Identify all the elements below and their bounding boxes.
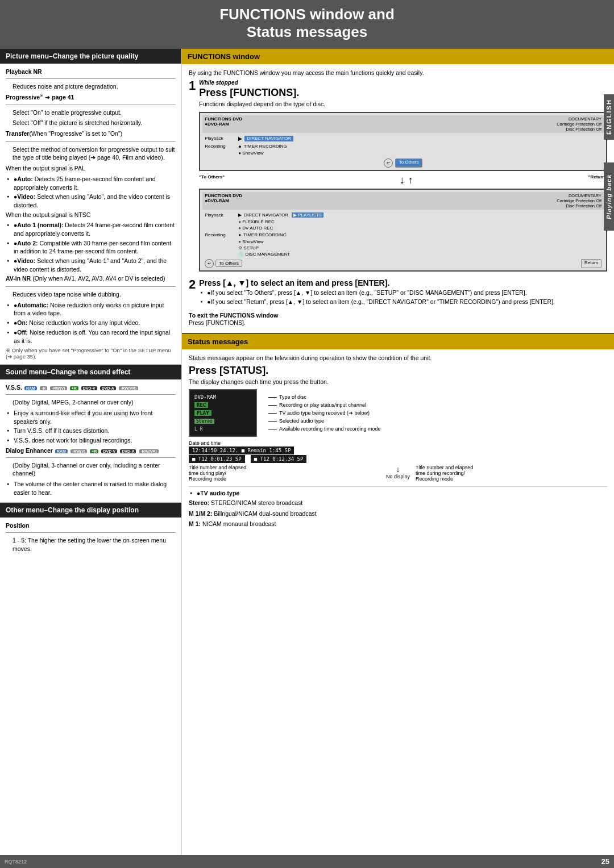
annot-3: Selected audio type: [268, 418, 607, 424]
annot-dash-2: [268, 413, 277, 414]
transfer-ntsc-label: When the output signal is NTSC: [6, 211, 176, 219]
transfer-label: Transfer: [6, 130, 29, 137]
ntsc-video-label: ●Video:: [14, 257, 35, 264]
tv-display-col: DVD-RAM REC PLAY Stereo: [189, 389, 263, 437]
tv-line-rec: REC: [194, 401, 251, 409]
status-messages-section: Status messages Status messages appear o…: [182, 333, 614, 536]
disc-type-label: DVD-RAM: [194, 394, 216, 400]
bottom-label-1: Title number and elapsed time during rec…: [416, 465, 607, 482]
step-1-condition: While stopped: [199, 80, 607, 86]
picture-section-header: Picture menu–Change the picture quality: [0, 49, 181, 64]
annot-text-1: Recording or play status/input channel: [279, 402, 366, 408]
stereo-label: Stereo: [194, 419, 214, 424]
transfer-ntsc-auto2: ●Auto 2: Compatible with 30 frame-per-se…: [6, 239, 176, 256]
fn2-row1-value: DIRECT NAVIGATOR: [244, 212, 288, 218]
english-tab: ENGLISH: [604, 94, 614, 140]
position-desc: 1 - 5: The higher the setting the lower …: [6, 536, 176, 553]
fn2-to-others-btn[interactable]: To Others: [215, 260, 242, 267]
avin-desc: Reduces video tape noise while dubbing.: [6, 290, 176, 299]
step-1-number: 1: [189, 80, 196, 92]
transfer-pal-auto: ●Auto: Detects 25 frame-per-second film …: [6, 175, 176, 191]
annot-text-4: Available recording time and recording m…: [279, 426, 380, 432]
fn2-return-btn[interactable]: Return: [581, 259, 601, 268]
vss-badge-r: -R: [40, 386, 47, 390]
fn2-enter-icon: ↩: [205, 259, 214, 268]
timing-row-2: ■ T12 0:01.23 SP ■ T12 0:12.34 SP: [189, 455, 607, 463]
page-header: FUNCTIONS window and Status messages: [0, 0, 614, 49]
annot-4: Available recording time and recording m…: [268, 426, 607, 432]
picture-section: Picture menu–Change the picture quality …: [0, 49, 181, 365]
dialog-condition: (Dolby Digital, 3-channel or over only, …: [6, 461, 176, 478]
status-messages-header: Status messages: [182, 334, 614, 349]
fn2-showview: ● ShowView: [238, 239, 263, 244]
annot-text-0: Type of disc: [279, 394, 306, 400]
annot-dash-1: [268, 405, 277, 406]
press-status-subtitle: The display changes each time you press …: [189, 378, 607, 386]
other-section-content: Position 1 - 5: The higher the setting t…: [0, 518, 181, 560]
playback-nr-desc: Reduces noise and picture degradation.: [6, 82, 176, 91]
tv-audio-item-2: M 1: NICAM monaural broadcast: [189, 520, 607, 528]
position-label: Position: [6, 522, 29, 529]
fn-row2-value: TIMER RECORDING: [244, 144, 287, 149]
step-2-title: Press [▲, ▼] to select an item and press…: [199, 278, 607, 287]
avin-automatic: ●Automatic: Noise reduction only works o…: [6, 301, 176, 318]
arrows-row: "To Others" ↓ ↑ "Return": [199, 174, 607, 186]
dialog-badge-dvda: DVD-A: [120, 449, 136, 453]
m1-text: NICAM monaural broadcast: [202, 520, 276, 527]
tv-audio-item-0: Stereo: STEREO/NICAM stereo broadcast: [189, 499, 607, 507]
vss-badge-ram: RAM: [24, 386, 37, 390]
pal-video-label: ●Video:: [14, 193, 35, 200]
dialog-item-0: The volume of the center channel is rais…: [6, 480, 176, 496]
vss-item-2: V.S.S. does not work for bilingual recor…: [6, 436, 176, 445]
dialog-label: Dialog Enhancer: [6, 447, 53, 454]
tv-line-stereo: Stereo: [194, 417, 251, 425]
progressive-page: page 41: [52, 94, 74, 101]
tv-screen: DVD-RAM REC PLAY Stereo: [189, 389, 257, 437]
avin-label: AV-in NR: [6, 275, 31, 282]
status-messages-content: Status messages appear on the television…: [182, 349, 614, 536]
annot-1: Recording or play status/input channel: [268, 402, 607, 408]
fn2-row1-icon: ▶: [238, 212, 242, 218]
tv-line-play: PLAY: [194, 409, 251, 417]
up-arrow: ↑: [408, 174, 413, 186]
dialog-badge-dvdv: DVD-V: [101, 449, 117, 453]
fn2-playlists: ▶ PLAYLISTS: [292, 212, 323, 218]
functions-window-content: By using the FUNCTIONS window you may ac…: [182, 64, 614, 331]
page-title: FUNCTIONS window and Status messages: [219, 6, 395, 41]
fn-row1-icon: ▶: [238, 136, 242, 141]
play-label: PLAY: [194, 410, 211, 416]
vss-badge-rwv: -RW(V): [50, 386, 67, 390]
annot-2: TV audio type being received (➔ below): [268, 410, 607, 416]
dialog-badge-rwvr: -RW(VR): [139, 449, 159, 453]
fn2-disc-mgmt: 💿 DISC MANAGEMENT: [238, 252, 290, 257]
step-1-subtitle: Functions displayed depend on the type o…: [199, 100, 607, 108]
fn-to-others-btn[interactable]: To Others: [395, 158, 423, 168]
avin-off: ●Off: Noise reduction is off. You can re…: [6, 328, 176, 345]
rec-label: REC: [194, 402, 208, 408]
fn-screen1-header-right: DOCUMENTARY Cartridge Protection Off Dis…: [557, 116, 601, 132]
dialog-badge-plusr: +R: [90, 449, 98, 453]
ntsc-auto2-label: ●Auto 2:: [14, 240, 38, 247]
dialog-badge-ram: RAM: [55, 449, 68, 453]
sound-section-content: V.S.S. RAM -R -RW(V) +R DVD-V DVD-A -RW(…: [0, 379, 181, 503]
annot-dash-3: [268, 421, 277, 422]
step-1-block: 1 While stopped Press [FUNCTIONS]. Funct…: [189, 80, 607, 274]
tv-audio-section: ●TV audio type Stereo: STEREO/NICAM ster…: [189, 486, 607, 528]
date-label: Date and time: [189, 440, 221, 446]
functions-window-section: FUNCTIONS window By using the FUNCTIONS …: [182, 49, 614, 331]
picture-footnote: ※ Only when you have set "Progressive" t…: [6, 347, 176, 360]
stereo-bold: Stereo:: [189, 499, 209, 506]
vss-badge-dvda: DVD-A: [100, 386, 116, 390]
m1m2-text: Bilingual/NICAM dual-sound broadcast: [214, 510, 316, 517]
dialog-badge-rwv: -RW(V): [70, 449, 87, 453]
rqt-code: RQT8212: [5, 859, 27, 865]
tv-line-lr: L R: [194, 425, 251, 433]
picture-section-content: Playback NR Reduces noise and picture de…: [0, 64, 181, 365]
status-diagram: DVD-RAM REC PLAY Stereo: [189, 389, 607, 528]
fn2-row4-value: TIMER RECORDING: [243, 232, 287, 237]
playback-nr-label: Playback NR: [6, 68, 42, 75]
avin-auto-label: ●Automatic:: [14, 302, 48, 308]
fn-screen2-header-right: DOCUMENTARY Cartridge Protection Off Dis…: [557, 193, 601, 208]
avin-on-label: ●On:: [14, 319, 27, 326]
no-display-label: No display: [386, 474, 410, 479]
